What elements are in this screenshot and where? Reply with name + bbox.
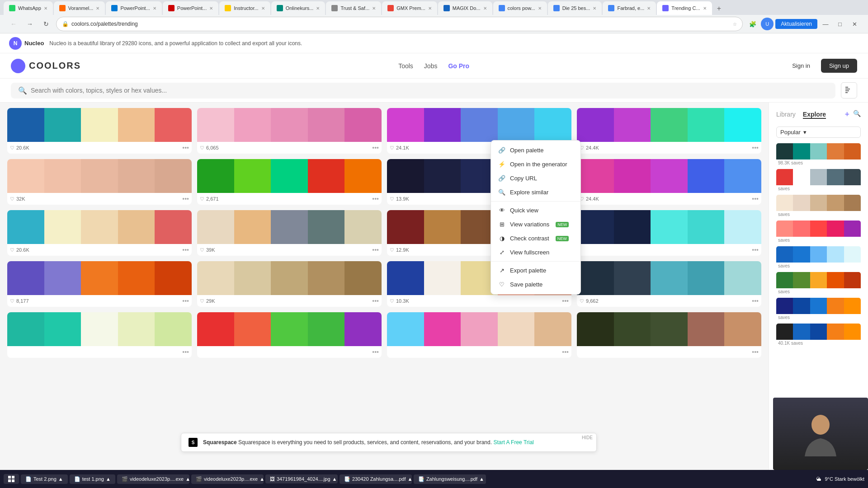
mini-palette-item[interactable]: 40.1K saves: [776, 324, 861, 347]
palette-card[interactable]: •••: [197, 312, 382, 358]
download-arrow[interactable]: ▲: [479, 476, 484, 482]
palette-more-button[interactable]: •••: [182, 348, 189, 356]
palette-more-button[interactable]: •••: [562, 348, 569, 356]
popular-select[interactable]: Popular ▾: [776, 127, 861, 138]
palette-more-button[interactable]: •••: [182, 195, 189, 202]
palette-card[interactable]: •••: [7, 312, 192, 358]
ad-cta[interactable]: Start A Free Trial: [493, 439, 533, 446]
palette-more-button[interactable]: •••: [182, 144, 189, 151]
context-menu-item-export-palette[interactable]: ↗Export palette: [491, 263, 580, 277]
taskbar-img[interactable]: 🖼 3471961984_4024....jpg ▲: [265, 474, 338, 483]
context-menu-item-save-palette[interactable]: ♡Save palette: [491, 277, 580, 291]
sidebar-add-button[interactable]: +: [844, 110, 849, 119]
maximize-button[interactable]: □: [834, 18, 846, 30]
tab-close-colors[interactable]: ✕: [538, 6, 542, 11]
mini-palette-item[interactable]: 98.3K saves: [776, 143, 861, 166]
tab-close-die25[interactable]: ✕: [593, 6, 596, 11]
new-tab-button[interactable]: +: [713, 2, 726, 15]
palette-card[interactable]: •••: [577, 312, 761, 358]
mini-palette-item[interactable]: saves: [776, 221, 861, 244]
download-arrow[interactable]: ▲: [408, 476, 412, 482]
mini-palette-item[interactable]: saves: [776, 246, 861, 269]
tab-die25[interactable]: Die 25 bes... ✕: [548, 1, 602, 15]
tab-close-magix[interactable]: ✕: [483, 6, 487, 11]
extensions-button[interactable]: 🧩: [746, 18, 759, 30]
context-menu-item-check-contrast[interactable]: ◑Check contrastNEW: [491, 231, 580, 245]
address-bar[interactable]: 🔒 coolors.co/palettes/trending ☆: [56, 17, 743, 31]
tab-instructor[interactable]: Instructor... ✕: [219, 1, 270, 15]
tab-magix[interactable]: MAGIX Do... ✕: [438, 1, 492, 15]
context-menu-item-view-fullscreen[interactable]: ⤢View fullscreen: [491, 245, 580, 259]
palette-more-button[interactable]: •••: [372, 297, 379, 305]
tab-farbrad[interactable]: Farbrad, e... ✕: [603, 1, 656, 15]
tab-voranmel[interactable]: Voranmel... ✕: [54, 1, 105, 15]
palette-card[interactable]: •••: [387, 312, 571, 358]
sidebar-search-button[interactable]: 🔍: [853, 110, 861, 119]
nav-gopro[interactable]: Go Pro: [448, 62, 469, 70]
nav-tools[interactable]: Tools: [398, 62, 413, 70]
palette-card[interactable]: •••: [577, 210, 761, 256]
taskbar-file-test1[interactable]: 📄 test 1.png ▲: [70, 474, 115, 484]
palette-card[interactable]: ♡39K•••: [197, 210, 382, 256]
palette-card[interactable]: ♡24.4K•••: [577, 108, 761, 154]
palette-more-button[interactable]: •••: [752, 297, 759, 305]
tab-trending[interactable]: Trending C... ✕: [657, 1, 712, 15]
tab-close-voranmel[interactable]: ✕: [96, 6, 99, 11]
palette-card[interactable]: ♡6,065•••: [197, 108, 382, 154]
tab-close-pp2[interactable]: ✕: [209, 6, 213, 11]
palette-more-button[interactable]: •••: [752, 144, 759, 151]
taskbar-video1[interactable]: 🎬 videodeluxe2023p....exe ▲: [117, 474, 189, 484]
mini-palette-item[interactable]: saves: [776, 272, 861, 295]
tab-close-farbrad[interactable]: ✕: [647, 6, 651, 11]
back-button[interactable]: ←: [7, 18, 20, 30]
library-tab[interactable]: Library: [776, 111, 796, 119]
palette-more-button[interactable]: •••: [752, 348, 759, 356]
tab-close-trust[interactable]: ✕: [372, 6, 376, 11]
palette-card[interactable]: ♡24.4K•••: [577, 159, 761, 205]
taskbar-pdf1[interactable]: 📑 230420 Zahlungsa....pdf ▲: [340, 474, 412, 484]
taskbar-pdf2[interactable]: 📑 Zahlungsweisung....pdf ▲: [414, 474, 486, 484]
tab-close-instructor[interactable]: ✕: [261, 6, 265, 11]
palette-card[interactable]: ♡20.6K•••: [7, 210, 192, 256]
context-menu-item-open-generator[interactable]: ⚡Open in the generator: [491, 157, 580, 171]
tab-close-onlinekurs[interactable]: ✕: [316, 6, 320, 11]
context-menu-item-copy-url[interactable]: 🔗Copy URL: [491, 171, 580, 185]
palette-more-button[interactable]: •••: [562, 297, 569, 305]
tab-pp1[interactable]: PowerPoint... ✕: [106, 1, 161, 15]
taskbar-file-test2[interactable]: 📄 Test 2.png ▲: [21, 474, 68, 484]
tab-close-whatsapp[interactable]: ✕: [44, 6, 47, 11]
sign-up-button[interactable]: Sign up: [821, 59, 857, 73]
palette-card[interactable]: ♡2,671•••: [197, 159, 382, 205]
tab-gmx[interactable]: GMX Prem... ✕: [382, 1, 437, 15]
taskbar-video2[interactable]: 🎬 videodeluxe2023p....exe ▲: [191, 474, 264, 484]
palette-more-button[interactable]: •••: [752, 246, 759, 253]
context-menu-item-explore-similar[interactable]: 🔍Explore similar: [491, 185, 580, 199]
coolors-logo[interactable]: coolors: [11, 59, 81, 73]
download-arrow[interactable]: ▲: [259, 476, 264, 482]
nav-jobs[interactable]: Jobs: [424, 62, 438, 70]
palette-card[interactable]: ♡32K•••: [7, 159, 192, 205]
ad-hide-button[interactable]: HIDE: [582, 435, 593, 440]
tab-pp2[interactable]: PowerPoint... ✕: [163, 1, 218, 15]
sign-in-button[interactable]: Sign in: [787, 60, 816, 72]
search-input[interactable]: [31, 87, 828, 94]
palette-card[interactable]: ♡8,177•••: [7, 261, 192, 307]
tab-onlinekurs[interactable]: Onlinekurs... ✕: [271, 1, 326, 15]
explore-tab[interactable]: Explore: [803, 111, 826, 119]
download-arrow[interactable]: ▲: [332, 476, 337, 482]
grid-view-button[interactable]: [841, 82, 857, 99]
context-menu-item-quick-view[interactable]: 👁Quick view: [491, 203, 580, 217]
tab-close-pp1[interactable]: ✕: [153, 6, 156, 11]
forward-button[interactable]: →: [24, 18, 36, 30]
palette-card[interactable]: ♡29K•••: [197, 261, 382, 307]
palette-card[interactable]: ♡9,662•••: [577, 261, 761, 307]
reload-button[interactable]: ↻: [40, 18, 52, 30]
tab-colors[interactable]: colors pow... ✕: [493, 1, 547, 15]
context-menu-item-view-variations[interactable]: ⊞View variationsNEW: [491, 217, 580, 231]
palette-more-button[interactable]: •••: [372, 144, 379, 151]
tab-close-trending[interactable]: ✕: [703, 6, 707, 11]
context-menu-item-open-palette[interactable]: 🔗Open palette: [491, 143, 580, 157]
profile-button[interactable]: U: [761, 18, 774, 30]
aktualisieren-button[interactable]: Aktualisieren: [775, 19, 817, 29]
close-button[interactable]: ✕: [848, 18, 861, 30]
